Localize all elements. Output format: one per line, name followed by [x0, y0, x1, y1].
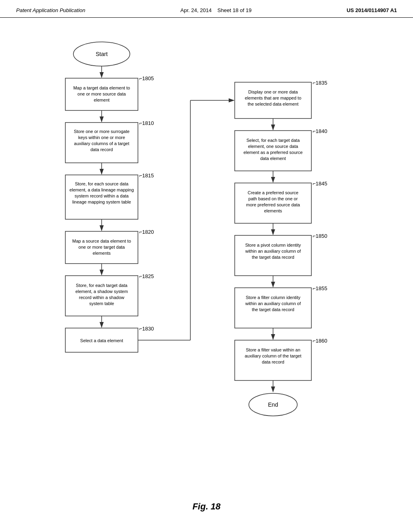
node-1830-text: Select a data element — [80, 338, 123, 343]
svg-rect-30 — [235, 82, 311, 118]
header-sheet: Sheet 18 of 19 — [217, 7, 252, 13]
svg-text:element as a preferred source: element as a preferred source — [244, 150, 303, 155]
page-header: Patent Application Publication Apr. 24, … — [0, 0, 413, 18]
node-1855-id: ⌐1855 — [313, 285, 327, 291]
svg-text:auxiliary columns of a target: auxiliary columns of a target — [74, 141, 129, 146]
svg-text:element, one source data: element, one source data — [248, 144, 298, 149]
node-1835-id: ⌐1835 — [313, 80, 327, 86]
header-date: Apr. 24, 2014 — [180, 7, 211, 13]
svg-text:elements: elements — [264, 208, 282, 213]
svg-text:one or more source data: one or more source data — [77, 91, 126, 96]
svg-text:more preferred source data: more preferred source data — [246, 202, 300, 207]
flowchart-svg: Start Map a target data element to one o… — [17, 30, 396, 497]
svg-text:data record: data record — [262, 360, 284, 364]
node-1845-text: Create a preferred source — [248, 190, 298, 195]
node-1815-text: Store, for each source data — [75, 181, 129, 186]
fig-label: Fig. 18 — [192, 501, 221, 512]
node-1860-id: ⌐1860 — [313, 338, 327, 344]
node-1805-id: ⌐1805 — [139, 75, 154, 81]
svg-text:data element: data element — [260, 156, 286, 161]
node-1850-id: ⌐1850 — [313, 233, 327, 239]
svg-text:the selected data element: the selected data element — [248, 102, 298, 106]
svg-text:within an auxiliary column of: within an auxiliary column of — [245, 301, 301, 306]
svg-text:the target data record: the target data record — [252, 307, 294, 312]
node-1810-text: Store one or more surrogate — [74, 129, 129, 134]
node-1815-id: ⌐1815 — [139, 172, 154, 179]
node-1820-id: ⌐1820 — [139, 229, 154, 235]
node-1840-id: ⌐1840 — [313, 128, 327, 134]
svg-text:data record: data record — [90, 147, 113, 152]
node-1825-text: Store, for each target data — [76, 283, 128, 288]
svg-text:keys within one or more: keys within one or more — [78, 135, 125, 140]
node-1825-id: ⌐1825 — [139, 273, 154, 279]
header-center: Apr. 24, 2014 Sheet 18 of 19 — [180, 7, 251, 13]
svg-text:lineage mapping system table: lineage mapping system table — [72, 200, 131, 204]
end-label: End — [268, 401, 278, 408]
svg-text:system table: system table — [89, 301, 114, 306]
svg-text:the target data record: the target data record — [252, 255, 294, 260]
diagram-area: Start Map a target data element to one o… — [0, 18, 413, 524]
svg-text:element: element — [94, 98, 109, 102]
node-1845-id: ⌐1845 — [313, 181, 327, 187]
svg-text:element, a shadow system: element, a shadow system — [75, 289, 128, 294]
node-1840-text: Select, for each target data — [246, 138, 300, 143]
svg-text:system record within a data: system record within a data — [75, 193, 129, 198]
svg-text:elements that are mapped to: elements that are mapped to — [245, 96, 301, 100]
node-1855-text: Store a filter column identity — [246, 295, 300, 300]
svg-text:within an auxiliary column of: within an auxiliary column of — [245, 249, 301, 254]
svg-text:element, a data lineage mappin: element, a data lineage mapping — [69, 187, 134, 192]
svg-text:elements: elements — [93, 251, 111, 256]
svg-text:path based on the one or: path based on the one or — [248, 196, 298, 201]
node-1835-text: Display one or more data — [248, 89, 298, 94]
svg-text:one or more target data: one or more target data — [79, 245, 125, 249]
node-1820-text: Map a source data element to — [72, 239, 131, 243]
node-1810-id: ⌐1810 — [139, 120, 154, 126]
node-1805-text: Map a target data element to — [73, 85, 130, 90]
header-right: US 2014/0114907 A1 — [346, 7, 397, 13]
svg-text:record within a shadow: record within a shadow — [79, 295, 125, 300]
node-1830-id: ⌐1830 — [139, 326, 154, 332]
node-1850-text: Store a pivot column identity — [245, 243, 301, 247]
start-label: Start — [96, 51, 108, 57]
svg-text:auxiliary column of the target: auxiliary column of the target — [245, 353, 302, 358]
header-left: Patent Application Publication — [16, 7, 86, 13]
node-1860-text: Store a filter value within an — [246, 347, 300, 352]
